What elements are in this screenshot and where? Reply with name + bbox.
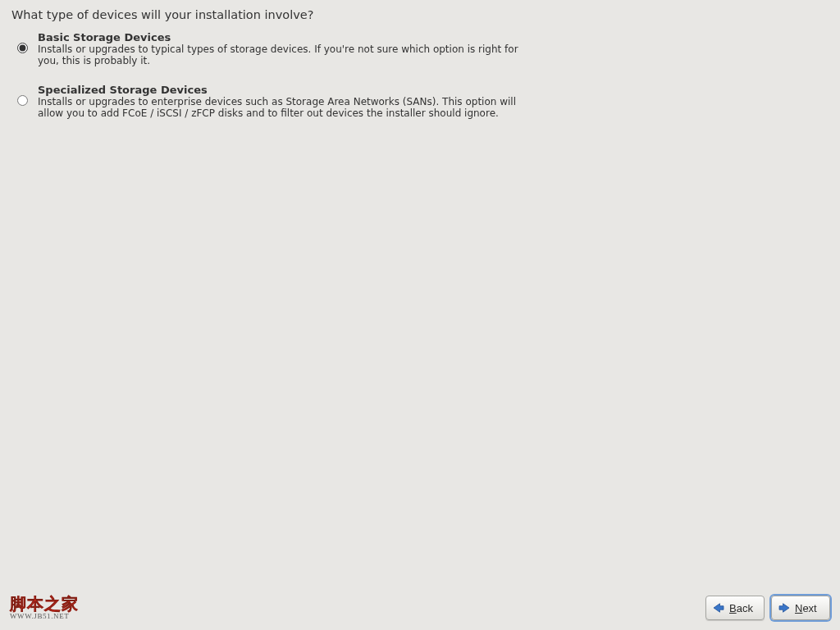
watermark: 脚本之家 WWW.JB51.NET <box>10 596 79 620</box>
watermark-line2: WWW.JB51.NET <box>10 613 79 620</box>
option-basic-storage[interactable]: Basic Storage Devices Installs or upgrad… <box>11 31 829 67</box>
footer-buttons: Back Next <box>705 596 830 620</box>
main-content: What type of devices will your installat… <box>0 0 840 120</box>
watermark-line1: 脚本之家 <box>10 596 79 612</box>
back-button-label: Back <box>729 602 753 614</box>
radio-specialized-storage[interactable] <box>17 95 28 106</box>
next-button-label: Next <box>795 602 817 614</box>
next-button[interactable]: Next <box>771 596 830 620</box>
arrow-right-icon <box>777 600 792 615</box>
back-button[interactable]: Back <box>705 596 765 620</box>
option-specialized-desc: Installs or upgrades to enterprise devic… <box>38 96 522 120</box>
page-title: What type of devices will your installat… <box>11 8 829 21</box>
arrow-left-icon <box>711 600 726 615</box>
option-specialized-storage[interactable]: Specialized Storage Devices Installs or … <box>11 84 829 120</box>
radio-basic-storage[interactable] <box>17 43 28 53</box>
option-basic-title: Basic Storage Devices <box>38 31 522 43</box>
option-specialized-title: Specialized Storage Devices <box>38 84 522 96</box>
option-basic-desc: Installs or upgrades to typical types of… <box>38 43 522 67</box>
